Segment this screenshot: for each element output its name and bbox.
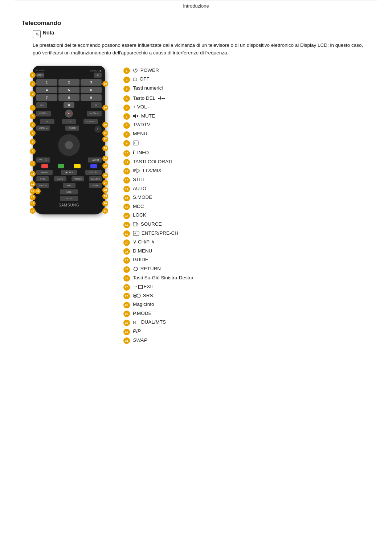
legend-text-29: H DUAL/MTS bbox=[133, 319, 166, 326]
legend-text-23: RETURN bbox=[133, 266, 161, 272]
legend-item-31: 31 SWAP bbox=[123, 337, 370, 344]
badge-2: 2 bbox=[30, 81, 36, 87]
legend-item-24: 24 Tasti Su-Giù Sinistra-Destra bbox=[123, 275, 370, 282]
return-button[interactable]: ↩ bbox=[94, 126, 102, 133]
color-buttons bbox=[36, 164, 102, 168]
svg-point-21 bbox=[134, 295, 136, 297]
badge-24: 24 bbox=[102, 156, 108, 161]
legend-item-1: 1 POWER bbox=[123, 67, 370, 74]
legend-item-25: 25 →EXIT bbox=[123, 283, 370, 291]
menu-button[interactable]: MENU ☰ bbox=[36, 126, 50, 131]
num-8-button[interactable]: 8 bbox=[58, 94, 79, 101]
source-small-button[interactable]: ⊕ bbox=[94, 73, 102, 78]
note-text: Le prestazioni del telecomando possono e… bbox=[33, 42, 370, 57]
legend-item-3: 3 Tasti numerici bbox=[123, 85, 370, 92]
dash-button[interactable]: -/-- bbox=[36, 102, 47, 108]
dtv-button[interactable]: DTV bbox=[62, 119, 76, 124]
dmenu-button[interactable]: D.MENU bbox=[83, 119, 98, 124]
legend-badge-19: 19 bbox=[123, 230, 130, 237]
lock-button[interactable]: LOCK bbox=[60, 196, 78, 201]
legend-text-28: P.MODE bbox=[133, 310, 152, 317]
ch-button[interactable]: ∨ CH ∧ bbox=[87, 111, 102, 116]
num-9-button[interactable]: 9 bbox=[81, 94, 102, 101]
ttx-button[interactable]: ≡/✎ TTX bbox=[85, 170, 102, 175]
note-row: ✎ Nota bbox=[33, 30, 370, 38]
dual-icon: H bbox=[133, 320, 139, 325]
svg-point-22 bbox=[137, 294, 140, 297]
nav-center[interactable] bbox=[65, 141, 73, 149]
num-4-button[interactable]: 4 bbox=[36, 87, 57, 93]
legend-item-21: 21 D.MENU bbox=[123, 248, 370, 255]
legend-badge-4: 4 bbox=[123, 95, 130, 102]
bottom-divider bbox=[15, 543, 377, 543]
legend-badge-5: 5 bbox=[123, 104, 130, 111]
magicinfo-button[interactable]: MagicInfo bbox=[36, 170, 53, 175]
legend-text-13: STILL bbox=[133, 176, 146, 183]
yellow-button[interactable] bbox=[74, 164, 81, 168]
legend-item-18: 18 SOURCE bbox=[123, 221, 370, 228]
badge-16: 16 bbox=[30, 201, 36, 206]
legend-item-20: 20 ∨ CH/P ∧ bbox=[123, 239, 370, 246]
legend-badge-16: 16 bbox=[123, 204, 130, 210]
red-button[interactable] bbox=[41, 164, 48, 168]
num-6-button[interactable]: 6 bbox=[81, 87, 102, 93]
tv-button[interactable]: TV bbox=[40, 119, 54, 124]
nav-circle[interactable] bbox=[58, 134, 80, 156]
pip-button[interactable]: PIP bbox=[63, 183, 75, 188]
legend-text-2: OFF bbox=[133, 76, 150, 83]
legend-badge-7: 7 bbox=[123, 122, 130, 129]
dual-button[interactable]: DUAL/MTS bbox=[89, 176, 102, 181]
green-button[interactable] bbox=[58, 164, 64, 168]
auto-button[interactable]: AUTO bbox=[54, 176, 66, 181]
badge-27: 27 bbox=[102, 180, 108, 186]
legend-item-22: 22 GUIDE bbox=[123, 257, 370, 264]
legend-badge-27: 27 bbox=[123, 302, 130, 308]
mdc-button[interactable]: MDC bbox=[60, 189, 78, 194]
svg-rect-12 bbox=[133, 222, 137, 226]
legend-text-22: GUIDE bbox=[133, 257, 148, 263]
num-7-button[interactable]: 7 bbox=[36, 94, 57, 101]
legend-item-30: 30 PIP bbox=[123, 328, 370, 335]
guide-button[interactable]: GUIDE bbox=[65, 126, 79, 131]
exit-button[interactable]: →■ EXIT bbox=[88, 157, 102, 163]
num-2-button[interactable]: 2 bbox=[58, 79, 79, 86]
legend-badge-2: 2 bbox=[123, 77, 130, 83]
num-3-button[interactable]: 3 bbox=[81, 79, 102, 86]
info-button[interactable]: INFO ⓘ bbox=[36, 157, 50, 163]
legend-badge-9: 9 bbox=[123, 140, 130, 147]
legend-item-5: 5 + VOL - bbox=[123, 104, 370, 111]
enter-symbol-icon: ↵ bbox=[133, 140, 139, 145]
legend-badge-1: 1 bbox=[123, 67, 130, 74]
srs-icon bbox=[133, 293, 141, 298]
pmode-button[interactable]: P.MODE bbox=[72, 176, 84, 181]
legend-badge-12: 12 bbox=[123, 168, 130, 175]
badge-5: 5 bbox=[30, 114, 36, 119]
smode-button[interactable]: S.MODE bbox=[36, 183, 49, 188]
badge-12: 12 bbox=[30, 181, 36, 187]
badge-3: 3 bbox=[30, 91, 36, 97]
num-1-button[interactable]: 1 bbox=[36, 79, 57, 86]
legend-text-4: Tasto DEL -/-- bbox=[133, 94, 165, 102]
enter-button[interactable]: ⏎ bbox=[91, 102, 102, 108]
num-0-button[interactable]: 0 bbox=[64, 102, 74, 108]
legend-badge-21: 21 bbox=[123, 248, 130, 255]
off-button[interactable]: OFF □ bbox=[36, 73, 44, 78]
mute-button[interactable]: 🔇 bbox=[65, 110, 73, 118]
return-icon bbox=[133, 266, 138, 271]
legend-badge-25: 25 bbox=[123, 284, 130, 291]
blue-button[interactable] bbox=[90, 164, 97, 168]
num-5-button[interactable]: 5 bbox=[58, 87, 79, 93]
badge-1: 1 bbox=[30, 72, 36, 78]
srs-button[interactable]: (●) SRS bbox=[61, 170, 77, 175]
badge-21: 21 bbox=[102, 130, 108, 136]
legend-text-9: ↵ bbox=[133, 140, 139, 147]
vol-button[interactable]: + VOL - bbox=[36, 111, 51, 116]
svg-marker-17 bbox=[133, 269, 135, 271]
badge-14: 14 bbox=[35, 188, 41, 194]
still-button[interactable]: STILL bbox=[36, 176, 49, 181]
legend-badge-8: 8 bbox=[123, 131, 130, 138]
swap-button[interactable]: SWAP bbox=[89, 183, 102, 188]
svg-marker-11 bbox=[137, 169, 140, 173]
badge-10: 10 bbox=[30, 161, 36, 167]
legend-item-17: 17 LOCK bbox=[123, 212, 370, 219]
